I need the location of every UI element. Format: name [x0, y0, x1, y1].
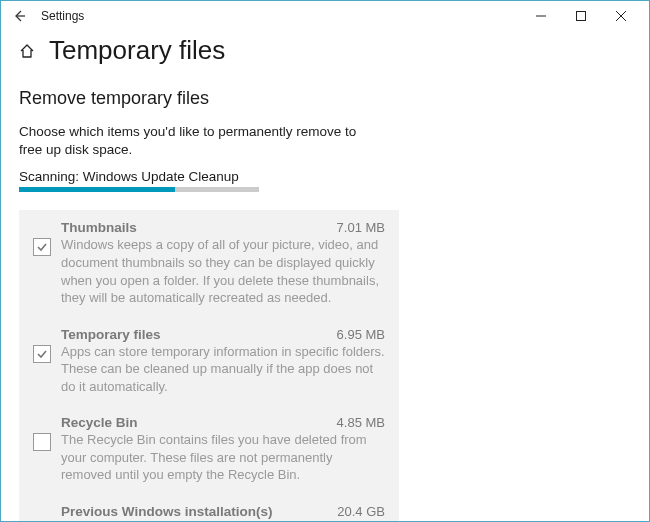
section-description: Choose which items you'd like to permane… — [19, 123, 379, 159]
window-title: Settings — [41, 9, 84, 23]
maximize-button[interactable] — [561, 2, 601, 30]
item-body: Temporary files 6.95 MB Apps can store t… — [61, 327, 385, 396]
item-description: The Recycle Bin contains files you have … — [61, 431, 385, 484]
item-size: 6.95 MB — [337, 327, 385, 342]
checkbox-recycle-bin[interactable] — [33, 433, 51, 451]
svg-rect-1 — [577, 12, 586, 21]
item-size: 7.01 MB — [337, 220, 385, 235]
item-description: Apps can store temporary information in … — [61, 343, 385, 396]
item-body: Recycle Bin 4.85 MB The Recycle Bin cont… — [61, 415, 385, 484]
item-body: Thumbnails 7.01 MB Windows keeps a copy … — [61, 220, 385, 306]
list-item: Previous Windows installation(s) 20.4 GB… — [33, 504, 385, 522]
close-button[interactable] — [601, 2, 641, 30]
item-body: Previous Windows installation(s) 20.4 GB… — [61, 504, 385, 522]
section-heading: Remove temporary files — [19, 88, 631, 109]
item-title: Thumbnails — [61, 220, 137, 235]
page-header: Temporary files — [1, 31, 649, 74]
home-icon[interactable] — [19, 43, 35, 59]
checkbox-temp-files[interactable] — [33, 345, 51, 363]
scan-progress-fill — [19, 187, 175, 192]
item-title: Temporary files — [61, 327, 161, 342]
minimize-button[interactable] — [521, 2, 561, 30]
page-title: Temporary files — [49, 35, 225, 66]
items-panel: Thumbnails 7.01 MB Windows keeps a copy … — [19, 210, 399, 522]
content-area: Remove temporary files Choose which item… — [1, 74, 649, 522]
list-item: Thumbnails 7.01 MB Windows keeps a copy … — [33, 220, 385, 306]
item-size: 20.4 GB — [337, 504, 385, 519]
window-controls — [521, 2, 641, 30]
scan-progress — [19, 187, 259, 192]
scan-status: Scanning: Windows Update Cleanup — [19, 169, 631, 184]
titlebar: Settings — [1, 1, 649, 31]
checkbox-thumbnails[interactable] — [33, 238, 51, 256]
item-title: Recycle Bin — [61, 415, 138, 430]
back-button[interactable] — [9, 6, 29, 26]
list-item: Temporary files 6.95 MB Apps can store t… — [33, 327, 385, 396]
item-size: 4.85 MB — [337, 415, 385, 430]
list-item: Recycle Bin 4.85 MB The Recycle Bin cont… — [33, 415, 385, 484]
item-title: Previous Windows installation(s) — [61, 504, 272, 519]
item-description: Windows keeps a copy of all of your pict… — [61, 236, 385, 306]
